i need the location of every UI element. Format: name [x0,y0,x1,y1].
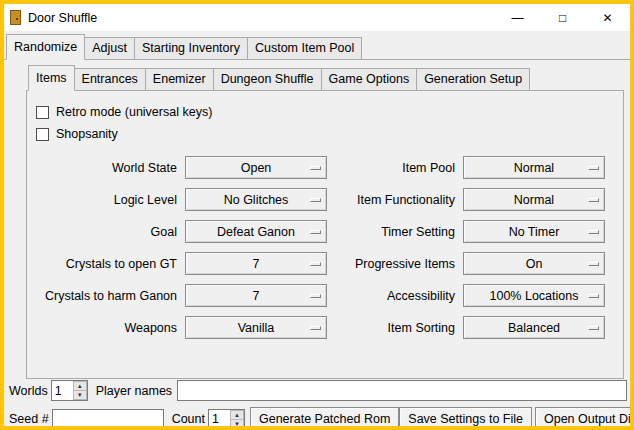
accessibility-value: 100% Locations [490,289,579,303]
window-controls: — □ ✕ [495,4,630,31]
tab-items[interactable]: Items [28,65,75,91]
footer: Worlds ▲ ▼ Player names Seed # Count [4,379,630,426]
options-grid: World State Open Item Pool Normal Logic … [31,156,619,339]
item-functionality-dropdown[interactable]: Normal [463,188,605,211]
progressive-items-dropdown[interactable]: On [463,252,605,275]
seed-row: Seed # Count ▲ ▼ Generate Patched Rom Sa… [9,406,627,426]
crystals-ganon-value: 7 [253,289,260,303]
item-functionality-value: Normal [514,193,554,207]
titlebar: Door Shuffle — □ ✕ [4,4,630,31]
shopsanity-checkbox[interactable] [36,128,49,141]
worlds-label: Worlds [9,384,48,398]
weapons-dropdown[interactable]: Vanilla [185,316,327,339]
count-spin-arrows: ▲ ▼ [230,410,244,427]
dropdown-indicator-icon [588,230,599,234]
dropdown-indicator-icon [310,294,321,298]
weapons-label: Weapons [31,321,179,335]
progressive-items-value: On [526,257,543,271]
item-pool-dropdown[interactable]: Normal [463,156,605,179]
goal-label: Goal [31,225,179,239]
crystals-gt-dropdown[interactable]: 7 [185,252,327,275]
worlds-input[interactable] [52,381,73,400]
item-sorting-label: Item Sorting [333,321,457,335]
item-sorting-dropdown[interactable]: Balanced [463,316,605,339]
retro-mode-row: Retro mode (universal keys) [36,102,619,122]
dropdown-indicator-icon [310,262,321,266]
maximize-button[interactable]: □ [540,4,585,31]
worlds-spinbox: ▲ ▼ [51,380,88,401]
item-pool-label: Item Pool [333,161,457,175]
minimize-button[interactable]: — [495,4,540,31]
accessibility-label: Accessibility [333,289,457,303]
crystals-gt-label: Crystals to open GT [31,257,179,271]
player-names-label: Player names [96,384,172,398]
progressive-items-label: Progressive Items [333,257,457,271]
save-settings-button[interactable]: Save Settings to File [399,407,532,426]
logic-level-label: Logic Level [31,193,179,207]
dropdown-indicator-icon [310,326,321,330]
shopsanity-label: Shopsanity [56,127,118,141]
tab-entrances[interactable]: Entrances [74,68,146,91]
open-output-directory-button[interactable]: Open Output Directory [535,407,630,426]
world-state-dropdown[interactable]: Open [185,156,327,179]
count-spin-up-icon[interactable]: ▲ [230,410,244,420]
worlds-spin-up-icon[interactable]: ▲ [73,381,87,391]
retro-mode-checkbox[interactable] [36,106,49,119]
dropdown-indicator-icon [310,230,321,234]
dropdown-indicator-icon [588,262,599,266]
count-spin-down-icon[interactable]: ▼ [230,420,244,427]
crystals-gt-value: 7 [253,257,260,271]
tab-custom-item-pool[interactable]: Custom Item Pool [247,37,362,60]
accessibility-dropdown[interactable]: 100% Locations [463,284,605,307]
tab-enemizer[interactable]: Enemizer [145,68,214,91]
timer-setting-dropdown[interactable]: No Timer [463,220,605,243]
worlds-spin-down-icon[interactable]: ▼ [73,391,87,400]
player-names-input[interactable] [177,380,627,401]
tab-generation-setup[interactable]: Generation Setup [416,68,530,91]
dropdown-indicator-icon [588,166,599,170]
goal-value: Defeat Ganon [217,225,295,239]
tab-dungeon-shuffle[interactable]: Dungeon Shuffle [213,68,322,91]
inner-notebook: Items Entrances Enemizer Dungeon Shuffle… [26,65,624,379]
item-pool-value: Normal [514,161,554,175]
window-title: Door Shuffle [28,11,97,25]
count-input[interactable] [209,410,230,427]
client-area: Randomize Adjust Starting Inventory Cust… [4,31,630,426]
world-state-value: Open [241,161,272,175]
seed-input[interactable] [52,409,164,427]
worlds-row: Worlds ▲ ▼ Player names [9,379,627,402]
close-button[interactable]: ✕ [585,4,630,31]
logic-level-dropdown[interactable]: No Glitches [185,188,327,211]
tab-adjust[interactable]: Adjust [84,37,135,60]
item-sorting-value: Balanced [508,321,560,335]
tab-game-options[interactable]: Game Options [321,68,418,91]
seed-label: Seed # [9,412,49,426]
app-icon [10,10,21,25]
goal-dropdown[interactable]: Defeat Ganon [185,220,327,243]
app-window: Door Shuffle — □ ✕ Randomize Adjust Star… [0,0,634,430]
shopsanity-row: Shopsanity [36,124,619,144]
worlds-spin-arrows: ▲ ▼ [73,381,87,400]
outer-tab-bar: Randomize Adjust Starting Inventory Cust… [4,34,630,60]
generate-patched-rom-button[interactable]: Generate Patched Rom [250,407,399,426]
retro-mode-label: Retro mode (universal keys) [56,105,212,119]
item-functionality-label: Item Functionality [333,193,457,207]
timer-setting-label: Timer Setting [333,225,457,239]
count-label: Count [172,412,205,426]
timer-setting-value: No Timer [509,225,560,239]
dropdown-indicator-icon [588,326,599,330]
logic-level-value: No Glitches [224,193,289,207]
dropdown-indicator-icon [310,166,321,170]
crystals-ganon-dropdown[interactable]: 7 [185,284,327,307]
weapons-value: Vanilla [238,321,275,335]
crystals-ganon-label: Crystals to harm Ganon [31,289,179,303]
dropdown-indicator-icon [588,198,599,202]
count-spinbox: ▲ ▼ [208,409,245,427]
inner-tab-bar: Items Entrances Enemizer Dungeon Shuffle… [26,65,624,91]
world-state-label: World State [31,161,179,175]
tab-randomize[interactable]: Randomize [6,34,85,60]
dropdown-indicator-icon [588,294,599,298]
items-pane: Retro mode (universal keys) Shopsanity W… [26,91,624,379]
dropdown-indicator-icon [310,198,321,202]
tab-starting-inventory[interactable]: Starting Inventory [134,37,248,60]
